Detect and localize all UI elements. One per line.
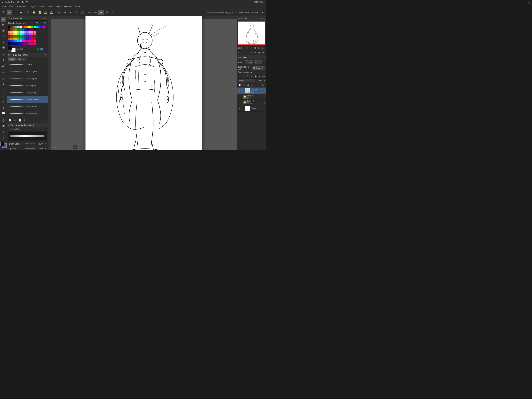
layer-tb-6[interactable]: ▶: [258, 74, 261, 78]
layer-tb-1[interactable]: □: [238, 74, 241, 78]
color-swatch-0-5[interactable]: [19, 26, 22, 28]
color-swatch-7-1[interactable]: [10, 42, 12, 45]
tool-pen[interactable]: ✏: [1, 17, 6, 22]
nav-btn-5[interactable]: ▷: [250, 51, 253, 54]
color-swatch-2-5[interactable]: [19, 31, 22, 33]
color-swatch-0-15[interactable]: [43, 26, 45, 28]
color-swatch-7-2[interactable]: [13, 42, 15, 45]
toolbar-save[interactable]: 💾: [37, 10, 43, 15]
nav-btn-1[interactable]: ⬡: [250, 46, 253, 50]
color-swatch-5-10[interactable]: [31, 38, 33, 40]
rotate-left-btn[interactable]: ↺: [243, 51, 246, 54]
tool-transform[interactable]: ⬡: [1, 34, 6, 39]
footer-icon-2[interactable]: ➕: [13, 118, 17, 122]
color-swatch-7-9[interactable]: [29, 42, 31, 45]
tool-balloon[interactable]: 💬: [1, 111, 6, 116]
nav-btn-7[interactable]: ▶▶: [257, 51, 261, 54]
color-swatch-7-8[interactable]: [26, 42, 29, 45]
color-swatch-5-4[interactable]: [17, 38, 19, 40]
folder-item-2[interactable]: 📁 Folder 1 50 % ▶: [237, 100, 266, 105]
color-swatch-2-1[interactable]: [10, 31, 12, 33]
toolbar-flip-h[interactable]: ⟺: [87, 10, 92, 15]
toolbar-help[interactable]: ?: [110, 10, 115, 15]
color-swatch-3-9[interactable]: [29, 33, 31, 35]
color-swatch-0-12[interactable]: [36, 26, 38, 28]
layer-action-1[interactable]: 📋: [238, 83, 242, 87]
layer-action-4[interactable]: ⟺: [251, 83, 254, 87]
page-toggle-btn[interactable]: □: [73, 145, 77, 149]
color-swatch-0-4[interactable]: [17, 26, 19, 28]
toolbar-fill[interactable]: ◼: [18, 10, 24, 15]
color-swatch-2-9[interactable]: [29, 31, 31, 33]
tab-marker[interactable]: Marker: [16, 58, 26, 61]
nav-btn-8[interactable]: ⏹: [261, 51, 265, 54]
color-swatch-3-5[interactable]: [19, 33, 22, 35]
layer-tb-7[interactable]: ⟺: [262, 74, 265, 78]
color-swatch-7-7[interactable]: [24, 42, 26, 45]
color-swatch-5-9[interactable]: [29, 38, 31, 40]
pen-item-tapered-pen[interactable]: Tapered pen: [7, 110, 48, 117]
tool-eyedropper[interactable]: 💉: [1, 63, 6, 68]
nav-btn-4[interactable]: ⏭: [261, 46, 265, 50]
color-swatch-4-8[interactable]: [26, 35, 29, 38]
tool-draw[interactable]: ✏: [1, 70, 6, 75]
color-swatch-6-0[interactable]: [8, 40, 10, 42]
color-swatch-1-1[interactable]: [10, 28, 12, 31]
color-swatch-3-6[interactable]: [22, 33, 24, 35]
tool-navigate-next[interactable]: ↓: [1, 135, 6, 140]
color-swatch-0-2[interactable]: [13, 26, 15, 28]
color-swatch-6-6[interactable]: [22, 40, 24, 42]
color-set-add-icon[interactable]: +: [40, 21, 43, 25]
color-swatch-4-7[interactable]: [24, 35, 26, 38]
canvas-paper[interactable]: [85, 16, 202, 150]
zoom-in-btn[interactable]: +: [246, 46, 249, 50]
nav-btn-6[interactable]: ⏭: [253, 51, 257, 54]
toolbar-select-layer[interactable]: ⬡: [25, 10, 31, 15]
color-swatch-1-6[interactable]: [22, 28, 24, 31]
toolbar-transform[interactable]: ⬡: [74, 10, 79, 15]
color-swatch-1-0[interactable]: [8, 28, 10, 31]
color-swatch-6-11[interactable]: [33, 40, 36, 42]
color-swatch-1-4[interactable]: [17, 28, 19, 31]
toolbar-open[interactable]: 📁: [31, 10, 37, 15]
tool-text[interactable]: T: [1, 105, 6, 110]
folder1-expand[interactable]: ▶: [264, 96, 265, 98]
color-swatch-1-10[interactable]: [31, 28, 33, 31]
color-swatch-1-11[interactable]: [33, 28, 36, 31]
tool-rotate[interactable]: ↻: [1, 39, 6, 45]
color-swatch-4-0[interactable]: [8, 35, 10, 38]
effect-btn-4[interactable]: ▼: [258, 60, 262, 64]
tool-blur[interactable]: ◈: [1, 81, 6, 86]
toolbar-pen-active[interactable]: ✏: [98, 10, 104, 15]
color-swatch-6-4[interactable]: [17, 40, 19, 42]
layer-opacity-spinner[interactable]: ▲▼: [262, 79, 265, 82]
color-swatch-4-3[interactable]: [15, 35, 17, 38]
color-swatch-2-6[interactable]: [22, 31, 24, 33]
nav-icon-2[interactable]: ▷: [259, 17, 260, 19]
purple-indicator[interactable]: [40, 48, 43, 51]
toolbar-expand[interactable]: ▼: [260, 10, 265, 15]
color-swatch-3-0[interactable]: [8, 33, 10, 35]
color-swatch-3-1[interactable]: [10, 33, 12, 35]
menu-filter[interactable]: Filter: [54, 5, 62, 8]
color-swatch-4-9[interactable]: [29, 35, 31, 38]
color-swatch-0-10[interactable]: [31, 26, 33, 28]
color-swatch-7-10[interactable]: [31, 42, 33, 45]
color-swatch-0-9[interactable]: [29, 26, 31, 28]
toolbar-redo[interactable]: ↪: [62, 10, 67, 15]
color-swatch-2-4[interactable]: [17, 31, 19, 33]
menu-view[interactable]: View: [46, 5, 54, 8]
pen-item-calligraphy[interactable]: Calligraphy: [7, 89, 48, 96]
color-swatch-2-3[interactable]: [15, 31, 17, 33]
color-swatch-0-11[interactable]: [33, 26, 36, 28]
color-swatch-3-3[interactable]: [15, 33, 17, 35]
footer-icon-4[interactable]: 🗑: [22, 118, 27, 122]
color-swatch-2-11[interactable]: [33, 31, 36, 33]
color-swatch-4-6[interactable]: [22, 35, 24, 38]
color-swatch-6-2[interactable]: [13, 40, 15, 42]
toolbar-export[interactable]: 📤: [43, 10, 49, 15]
layer-tb-2[interactable]: □: [242, 74, 245, 78]
color-swatch-0-3[interactable]: [15, 26, 17, 28]
paper-eye[interactable]: ●: [238, 107, 241, 110]
pen-item-textured-pen[interactable]: Textured pen: [7, 103, 48, 110]
